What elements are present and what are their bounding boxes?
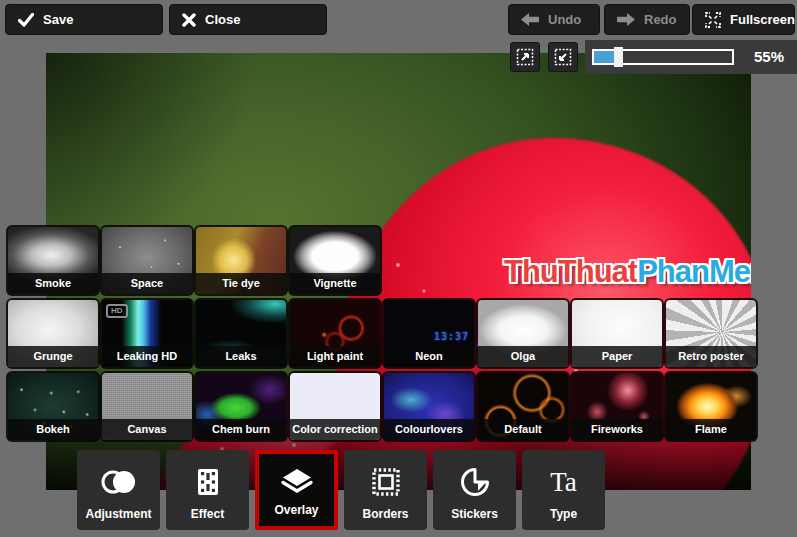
overlay-thumb-color-correction[interactable]: Color correction [290,373,380,440]
redo-label: Redo [644,12,677,27]
overlay-thumb-grunge[interactable]: Grunge [8,300,98,367]
check-icon [18,13,34,27]
bottom-toolbar: Adjustment Effect Overlay Borders Sticke… [77,450,605,530]
zoom-fit-screen-button[interactable] [548,42,578,72]
overlay-thumb-label: Vignette [290,273,380,294]
watermark-text: ThuThuatPhanMem.vn [504,254,751,290]
zoom-fit-screen-icon [554,48,572,66]
overlay-thumb-label: Olga [478,346,568,367]
tab-label: Stickers [433,507,516,521]
tab-label: Overlay [259,503,334,517]
overlay-thumb-canvas[interactable]: Canvas [102,373,192,440]
undo-label: Undo [548,12,581,27]
arrow-left-icon [521,13,539,26]
tab-type[interactable]: Ta Type [522,450,605,530]
save-button[interactable]: Save [5,4,163,35]
fullscreen-expand-icon [705,12,721,28]
overlay-thumb-label: Paper [572,346,662,367]
overlay-thumb-label: Grunge [8,346,98,367]
overlay-thumb-light-paint[interactable]: Light paint [290,300,380,367]
overlay-thumb-label: Colourlovers [384,419,474,440]
stickers-icon [460,465,490,499]
overlay-thumb-bokeh[interactable]: Bokeh [8,373,98,440]
overlay-thumb-label: Retro poster [666,346,756,367]
overlay-thumb-vignette[interactable]: Vignette [290,227,380,294]
zoom-actual-size-icon [516,48,534,66]
tab-label: Effect [166,507,249,521]
overlay-row-1: Smoke Space Tie dye Vignette [8,227,380,294]
overlay-thumb-label: Chem burn [196,419,286,440]
neon-clock-text: 13:37 [434,331,469,342]
tab-label: Adjustment [77,507,160,521]
overlay-thumb-chem-burn[interactable]: Chem burn [196,373,286,440]
overlay-thumb-label: Light paint [290,346,380,367]
photo-editor: { "header": { "save": "Save", "close": "… [0,0,797,537]
overlay-thumb-label: Fireworks [572,419,662,440]
adjustment-icon [101,465,137,499]
undo-button[interactable]: Undo [508,4,600,35]
overlay-thumb-label: Leaking HD [102,346,192,367]
borders-icon [371,465,401,499]
type-icon: Ta [550,465,577,499]
overlay-row-2: Grunge HDLeaking HD Leaks Light paint 13… [8,300,756,367]
tab-label: Borders [344,507,427,521]
zoom-slider-track[interactable] [592,49,734,65]
overlay-thumb-label: Tie dye [196,273,286,294]
overlay-thumb-fireworks[interactable]: Fireworks [572,373,662,440]
overlay-thumb-label: Smoke [8,273,98,294]
zoom-slider-thumb[interactable] [614,47,623,67]
redo-button[interactable]: Redo [604,4,690,35]
overlay-thumb-space[interactable]: Space [102,227,192,294]
zoom-level-value: 55% [754,40,784,74]
watermark-blue-part: PhanMem.vn [637,254,751,289]
hd-badge: HD [106,304,128,318]
overlay-thumb-smoke[interactable]: Smoke [8,227,98,294]
overlay-row-3: Bokeh Canvas Chem burn Color correction … [8,373,756,440]
overlay-icon [280,465,314,499]
overlay-thumb-default[interactable]: Default [478,373,568,440]
overlay-thumb-label: Space [102,273,192,294]
overlay-thumb-olga[interactable]: Olga [478,300,568,367]
overlay-thumb-label: Canvas [102,419,192,440]
overlay-thumb-tie-dye[interactable]: Tie dye [196,227,286,294]
overlay-thumb-label: Leaks [196,346,286,367]
tab-stickers[interactable]: Stickers [433,450,516,530]
overlay-thumb-colourlovers[interactable]: Colourlovers [384,373,474,440]
close-label: Close [205,12,240,27]
overlay-thumb-flame[interactable]: Flame [666,373,756,440]
zoom-slider-panel: 55% [585,40,797,74]
overlay-thumb-leaking-hd[interactable]: HDLeaking HD [102,300,192,367]
effect-icon [197,465,219,499]
fullscreen-label: Fullscreen [730,12,795,27]
fullscreen-button[interactable]: Fullscreen [692,4,795,35]
x-icon [182,13,196,27]
tab-overlay[interactable]: Overlay [255,450,338,530]
overlay-thumb-paper[interactable]: Paper [572,300,662,367]
tab-effect[interactable]: Effect [166,450,249,530]
tab-borders[interactable]: Borders [344,450,427,530]
overlay-thumb-label: Default [478,419,568,440]
overlay-thumb-neon[interactable]: 13:37Neon [384,300,474,367]
close-button[interactable]: Close [169,4,327,35]
zoom-actual-size-button[interactable] [510,42,540,72]
zoom-slider-fill [594,51,616,63]
tab-adjustment[interactable]: Adjustment [77,450,160,530]
overlay-thumb-label: Flame [666,419,756,440]
overlay-thumb-label: Color correction [290,419,380,440]
save-label: Save [43,12,73,27]
overlay-thumb-retro-poster[interactable]: Retro poster [666,300,756,367]
arrow-right-icon [617,13,635,26]
overlay-thumb-leaks[interactable]: Leaks [196,300,286,367]
watermark-red-part: ThuThuat [504,254,637,289]
tab-label: Type [522,507,605,521]
overlay-thumb-label: Neon [384,346,474,367]
overlay-thumb-label: Bokeh [8,419,98,440]
